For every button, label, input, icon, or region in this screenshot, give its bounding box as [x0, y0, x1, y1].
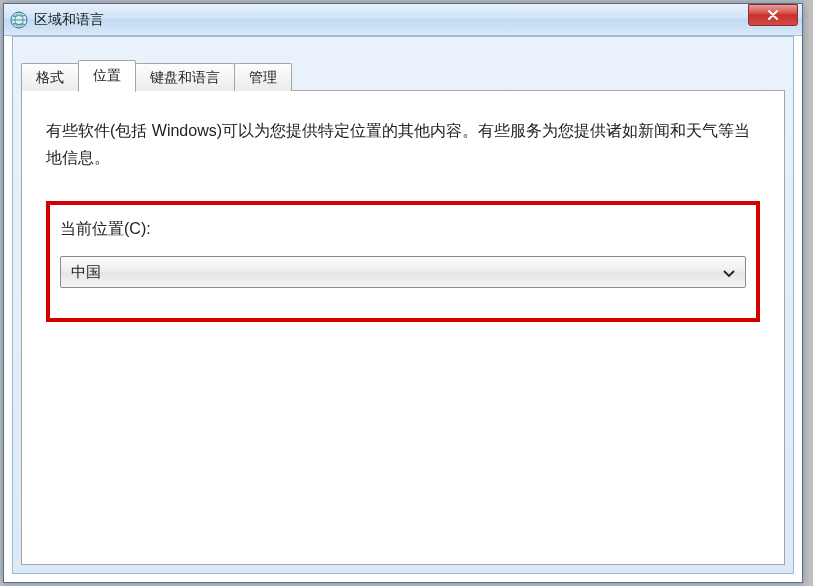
- tab-administrative[interactable]: 管理: [234, 63, 292, 91]
- globe-icon: [10, 11, 28, 29]
- titlebar: 区域和语言: [4, 4, 802, 36]
- close-icon: [767, 6, 779, 24]
- tab-label: 管理: [249, 69, 277, 87]
- tab-format[interactable]: 格式: [21, 63, 79, 91]
- chevron-down-icon: [723, 264, 735, 281]
- tab-keyboard-languages[interactable]: 键盘和语言: [135, 63, 235, 91]
- current-location-label: 当前位置(C):: [60, 219, 746, 240]
- tabstrip: 格式 位置 键盘和语言 管理: [21, 59, 785, 91]
- window-title: 区域和语言: [34, 11, 798, 29]
- description-text: 有些软件(包括 Windows)可以为您提供特定位置的其他内容。有些服务为您提供…: [46, 117, 760, 171]
- client-area: 格式 位置 键盘和语言 管理 有些软件(包括 Windows)可以为您提供特定位…: [12, 36, 794, 574]
- tab-label: 键盘和语言: [150, 69, 220, 87]
- highlight-box: 当前位置(C): 中国: [46, 201, 760, 322]
- tab-location[interactable]: 位置: [78, 60, 136, 92]
- region-language-window: 区域和语言 格式 位置 键盘和语言 管理 有些软件(包括 W: [3, 3, 803, 583]
- tab-label: 位置: [93, 67, 121, 85]
- close-button[interactable]: [748, 4, 798, 26]
- dropdown-selected-value: 中国: [71, 263, 101, 282]
- tabpanel-location: 有些软件(包括 Windows)可以为您提供特定位置的其他内容。有些服务为您提供…: [21, 90, 785, 565]
- tab-label: 格式: [36, 69, 64, 87]
- current-location-dropdown[interactable]: 中国: [60, 256, 746, 288]
